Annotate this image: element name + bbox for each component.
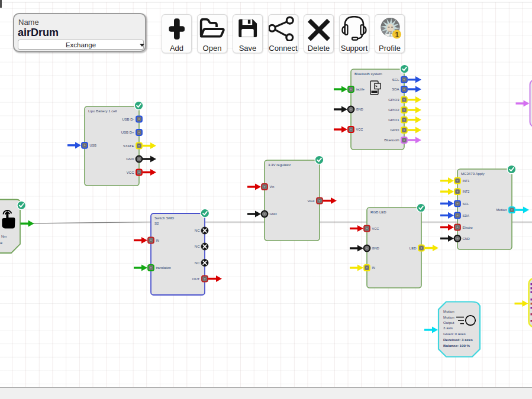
svg-text:GND: GND (463, 237, 470, 241)
svg-text:GPIO1: GPIO1 (388, 118, 399, 122)
svg-text:INT1: INT1 (463, 179, 470, 183)
svg-text:STATE: STATE (123, 144, 134, 148)
svg-text:GPIO2: GPIO2 (388, 108, 399, 112)
svg-text:MC3479 Apply: MC3479 Apply (461, 171, 485, 176)
svg-text:GND: GND (270, 212, 277, 216)
svg-text:Vout: Vout (307, 199, 314, 203)
svg-text:SDA: SDA (392, 87, 399, 91)
svg-text:GND: GND (356, 108, 363, 111)
svg-text:IN: IN (372, 266, 376, 270)
svg-text:VCC: VCC (372, 227, 379, 231)
svg-text:SCL: SCL (392, 78, 399, 82)
svg-text:GND: GND (126, 157, 134, 161)
svg-text:3.3V regulator: 3.3V regulator (268, 163, 291, 167)
svg-text:Motion: Motion (443, 315, 454, 319)
svg-text:NC: NC (195, 229, 200, 232)
svg-text:1: 1 (395, 31, 399, 39)
svg-text:Nm: Nm (1, 235, 7, 238)
svg-text:tactile: tactile (356, 87, 365, 91)
svg-text:USB D+: USB D+ (121, 131, 134, 134)
svg-text:Motion: Motion (443, 309, 454, 313)
svg-text:SCL: SCL (463, 202, 469, 206)
svg-text:Received: 3 axes: Received: 3 axes (443, 338, 473, 342)
svg-text:USB D-: USB D- (122, 118, 134, 121)
svg-text:S2: S2 (154, 221, 159, 225)
svg-text:VCC: VCC (127, 171, 134, 174)
svg-text:Output: Output (443, 320, 454, 325)
svg-text:GPIO: GPIO (390, 128, 399, 132)
svg-text:Bluetooth system: Bluetooth system (354, 72, 382, 76)
svg-text:Balance: 100 %: Balance: 100 % (443, 343, 470, 348)
svg-text:Bluetooth: Bluetooth (384, 138, 399, 142)
svg-text:NC: NC (195, 245, 200, 248)
svg-text:Given: 0 axes: Given: 0 axes (443, 332, 466, 336)
svg-text:3 axis: 3 axis (443, 326, 453, 330)
svg-text:OUT: OUT (192, 277, 200, 281)
svg-text:LED: LED (410, 246, 417, 250)
svg-text:Switch SMD: Switch SMD (154, 216, 175, 220)
svg-text:Motion: Motion (496, 208, 507, 212)
svg-text:NC: NC (195, 261, 200, 265)
svg-text:USB: USB (90, 144, 97, 147)
svg-text:translation: translation (156, 266, 171, 270)
svg-text:Electro: Electro (463, 226, 473, 229)
svg-text:IN: IN (156, 239, 160, 242)
svg-text:SDA: SDA (463, 214, 470, 218)
svg-text:Lipo Battery 1 cell: Lipo Battery 1 cell (88, 109, 117, 113)
svg-text:RGB LED: RGB LED (370, 210, 386, 214)
svg-text:Vin: Vin (270, 185, 275, 189)
svg-text:INT2: INT2 (463, 190, 470, 193)
svg-text:VCC: VCC (356, 128, 363, 131)
svg-text:GND: GND (372, 246, 379, 250)
svg-text:GPIO3: GPIO3 (388, 98, 399, 102)
